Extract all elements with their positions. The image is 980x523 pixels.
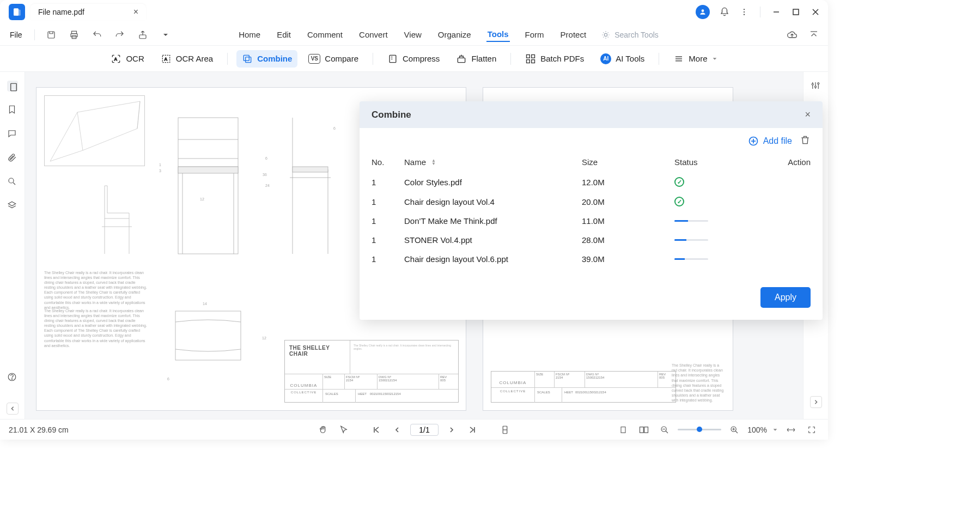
zoom-slider[interactable] [678, 429, 721, 430]
print-icon[interactable] [66, 27, 82, 42]
chevron-down-icon [712, 56, 717, 62]
svg-line-33 [13, 183, 15, 185]
bell-icon[interactable] [720, 7, 729, 17]
table-row[interactable]: 1Chair design layout Vol.420.0M✓ [372, 192, 811, 211]
svg-rect-7 [793, 9, 799, 15]
last-page-icon[interactable] [465, 422, 480, 437]
svg-rect-20 [244, 55, 249, 60]
sort-icon: ▲▼ [431, 159, 436, 166]
single-page-icon[interactable] [616, 422, 631, 437]
zoom-out-icon[interactable] [657, 422, 672, 437]
svg-line-9 [813, 9, 818, 15]
close-window-icon[interactable] [811, 7, 820, 17]
scroll-mode-icon[interactable] [497, 422, 513, 437]
document-tab[interactable]: File name.pdf × [31, 4, 146, 20]
user-avatar[interactable] [696, 5, 710, 19]
table-row[interactable]: 1Chair design layout Vol.6.ppt39.0M [372, 250, 811, 269]
comments-icon[interactable] [7, 129, 18, 139]
save-icon[interactable] [44, 27, 59, 42]
collapse-left-icon[interactable] [7, 403, 19, 415]
apply-button[interactable]: Apply [760, 287, 811, 308]
svg-point-2 [702, 9, 704, 12]
tab-comment[interactable]: Comment [306, 28, 344, 41]
maximize-icon[interactable] [791, 7, 801, 17]
tab-convert[interactable]: Convert [358, 28, 389, 41]
fit-width-icon[interactable] [783, 422, 799, 437]
ai-tools-button[interactable]: AI AI Tools [595, 50, 650, 68]
sliders-icon[interactable] [811, 81, 821, 92]
svg-rect-53 [503, 426, 507, 434]
svg-point-32 [9, 178, 14, 183]
trash-icon[interactable] [800, 135, 811, 148]
svg-rect-36 [178, 118, 238, 254]
tab-edit[interactable]: Edit [276, 28, 292, 41]
tab-tools[interactable]: Tools [486, 27, 510, 42]
toolbar: A OCR A OCR Area Combine VS Compare Comp… [0, 46, 828, 72]
search-icon[interactable] [7, 177, 18, 187]
more-button[interactable]: More [668, 50, 722, 68]
file-menu[interactable]: File [7, 28, 26, 41]
layers-icon[interactable] [7, 200, 18, 211]
compare-button[interactable]: VS Compare [303, 51, 364, 67]
titlebar: File name.pdf × [0, 0, 828, 24]
kebab-menu-icon[interactable] [739, 7, 749, 17]
tab-form[interactable]: Form [524, 28, 545, 41]
svg-rect-11 [71, 31, 76, 34]
table-row[interactable]: 1Color Styles.pdf12.0M✓ [372, 172, 811, 192]
statusbar: 21.01 X 29.69 cm 100% [0, 419, 828, 440]
batch-pdfs-button[interactable]: Batch PDFs [520, 50, 589, 68]
undo-icon[interactable] [89, 27, 105, 42]
combine-button[interactable]: Combine [236, 50, 297, 68]
zoom-in-icon[interactable] [727, 422, 742, 437]
help-icon[interactable] [7, 372, 18, 383]
attachments-icon[interactable] [7, 153, 18, 163]
cloud-upload-icon[interactable] [784, 27, 800, 42]
close-tab-icon[interactable]: × [133, 7, 138, 17]
table-row[interactable]: 1Don'T Make Me Think.pdf11.0M [372, 211, 811, 230]
ocr-button[interactable]: A OCR [105, 50, 149, 68]
svg-point-58 [661, 427, 666, 431]
chevron-down-icon[interactable] [772, 427, 778, 433]
col-status: Status [674, 157, 772, 167]
add-file-button[interactable]: Add file [748, 136, 792, 147]
page-dimensions: 21.01 X 29.69 cm [9, 425, 69, 434]
minimize-icon[interactable] [771, 7, 781, 17]
bookmarks-icon[interactable] [7, 105, 18, 115]
flatten-button[interactable]: Flatten [451, 50, 502, 68]
file-table: No. Name▲▼ Size Status Action 1Color Sty… [360, 152, 823, 278]
app-logo [9, 4, 25, 20]
table-row[interactable]: 1STONER Vol.4.ppt28.0M [372, 230, 811, 250]
tab-view[interactable]: View [403, 28, 423, 41]
collapse-right-icon[interactable] [810, 396, 822, 408]
svg-rect-31 [10, 83, 16, 91]
flatten-icon [456, 53, 467, 64]
tab-home[interactable]: Home [238, 28, 261, 41]
ocr-area-button[interactable]: A OCR Area [155, 50, 218, 68]
page-input[interactable] [410, 424, 439, 436]
next-page-icon[interactable] [444, 422, 459, 437]
svg-rect-13 [72, 35, 76, 38]
compress-button[interactable]: Compress [382, 50, 445, 68]
svg-point-50 [817, 83, 819, 84]
svg-line-60 [666, 431, 668, 433]
select-tool-icon[interactable] [336, 422, 351, 437]
prev-page-icon[interactable] [389, 422, 405, 437]
collapse-up-icon[interactable] [806, 27, 821, 42]
first-page-icon[interactable] [369, 422, 384, 437]
tab-organize[interactable]: Organize [437, 28, 472, 41]
tab-protect[interactable]: Protect [559, 28, 588, 41]
redo-icon[interactable] [112, 27, 127, 42]
svg-rect-57 [644, 427, 648, 433]
svg-rect-23 [458, 58, 465, 62]
svg-text:A: A [114, 56, 117, 61]
hand-tool-icon[interactable] [315, 422, 331, 437]
col-name[interactable]: Name▲▼ [404, 157, 582, 167]
two-page-icon[interactable] [636, 422, 652, 437]
fullscreen-icon[interactable] [804, 422, 819, 437]
share-icon[interactable] [135, 27, 150, 42]
close-panel-icon[interactable]: × [805, 109, 811, 120]
dropdown-icon[interactable] [158, 27, 173, 42]
ocr-icon: A [111, 53, 121, 64]
thumbnails-icon[interactable] [7, 81, 18, 92]
search-tools[interactable]: Search Tools [601, 31, 659, 39]
